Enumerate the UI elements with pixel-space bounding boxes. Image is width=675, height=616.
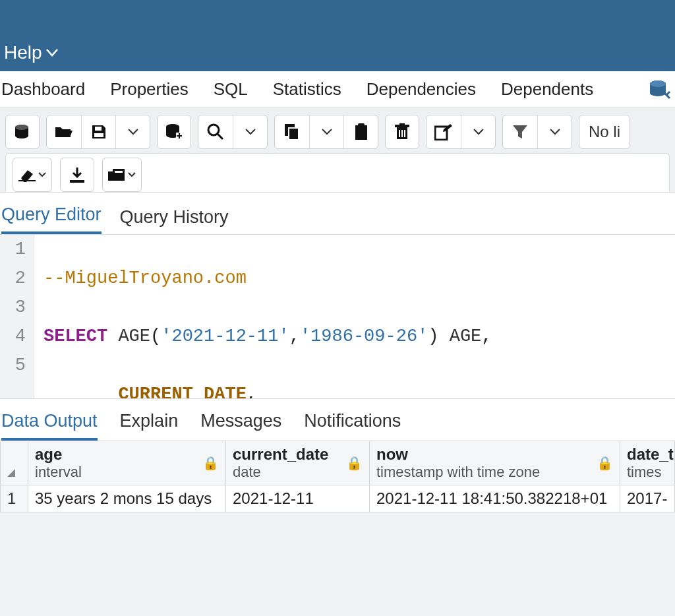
connection-button[interactable] xyxy=(5,115,40,149)
find-button[interactable] xyxy=(198,115,233,148)
chevron-down-icon xyxy=(128,172,136,177)
svg-point-1 xyxy=(650,80,666,87)
main-tabs: Dashboard Properties SQL Statistics Depe… xyxy=(0,71,675,108)
save-icon xyxy=(91,124,107,140)
open-file-group xyxy=(46,115,150,149)
delete-button[interactable] xyxy=(385,115,419,149)
chevron-down-icon xyxy=(550,129,560,135)
paste-icon xyxy=(354,123,368,140)
tab-dashboard[interactable]: Dashboard xyxy=(1,79,85,100)
table-row[interactable]: 1 35 years 2 mons 15 days 2021-12-11 202… xyxy=(1,485,675,512)
chevron-down-icon xyxy=(473,129,484,135)
filter-icon xyxy=(512,124,528,140)
svg-rect-11 xyxy=(289,128,299,140)
chevron-down-icon xyxy=(245,129,256,135)
tab-data-output[interactable]: Data Output xyxy=(1,411,98,441)
toolbar-row-2 xyxy=(5,153,670,192)
lock-icon: 🔒 xyxy=(346,455,363,471)
download-icon xyxy=(69,167,85,183)
lock-icon: 🔒 xyxy=(597,455,613,471)
tab-query-history[interactable]: Query History xyxy=(120,207,229,234)
database-icon xyxy=(14,124,31,140)
svg-rect-16 xyxy=(399,123,405,125)
tab-statistics[interactable]: Statistics xyxy=(273,79,341,100)
svg-rect-24 xyxy=(115,171,123,173)
svg-point-3 xyxy=(15,125,28,130)
svg-point-8 xyxy=(208,125,219,135)
row-limit-label: No li xyxy=(589,123,620,141)
copy-icon xyxy=(284,123,300,140)
save-data-button[interactable] xyxy=(157,115,191,149)
filter-group xyxy=(502,115,572,149)
column-header-date-trunc[interactable]: date_t times xyxy=(620,441,675,485)
editor-gutter: 1 2 3 4 5 xyxy=(0,235,34,398)
filter-button[interactable] xyxy=(503,115,537,148)
folder-open-icon xyxy=(55,125,73,139)
chevron-down-icon xyxy=(322,129,332,135)
edit-group xyxy=(426,115,496,149)
tab-notifications[interactable]: Notifications xyxy=(304,411,401,441)
editor-content: --MiguelTroyano.com SELECT AGE('2021-12-… xyxy=(34,235,641,398)
tab-dependencies[interactable]: Dependencies xyxy=(367,79,476,100)
cell-date-trunc[interactable]: 2017- xyxy=(620,485,675,512)
row-limit-select[interactable]: No li xyxy=(579,115,630,149)
copy-group xyxy=(274,115,378,149)
tab-sql[interactable]: SQL xyxy=(214,79,248,100)
filter-dropdown[interactable] xyxy=(537,115,572,148)
svg-rect-4 xyxy=(95,127,102,131)
svg-line-9 xyxy=(218,134,223,139)
edit-dropdown[interactable] xyxy=(461,115,495,148)
svg-rect-21 xyxy=(70,180,84,183)
column-header-now[interactable]: now timestamp with time zone 🔒 xyxy=(370,441,620,485)
output-tabs: Data Output Explain Messages Notificatio… xyxy=(0,399,675,441)
help-menu[interactable]: Help xyxy=(4,42,58,63)
edit-button[interactable] xyxy=(426,115,461,148)
find-group xyxy=(198,115,268,149)
cell-age[interactable]: 35 years 2 mons 15 days xyxy=(28,485,226,512)
corner-handle-icon xyxy=(7,469,15,477)
svg-rect-5 xyxy=(94,133,103,137)
select-all-corner[interactable] xyxy=(1,441,28,485)
svg-rect-13 xyxy=(358,123,365,127)
column-header-age[interactable]: age interval 🔒 xyxy=(28,441,226,485)
save-file-button[interactable] xyxy=(81,115,115,148)
paste-button[interactable] xyxy=(343,115,378,148)
row-number[interactable]: 1 xyxy=(1,485,28,512)
copy-button[interactable] xyxy=(275,115,309,148)
svg-rect-22 xyxy=(113,169,125,181)
sql-editor[interactable]: 1 2 3 4 5 --MiguelTroyano.com SELECT AGE… xyxy=(0,235,675,398)
search-icon xyxy=(207,123,224,140)
column-header-current-date[interactable]: current_date date 🔒 xyxy=(226,441,370,485)
svg-rect-23 xyxy=(108,171,113,181)
edit-icon xyxy=(434,123,453,140)
cell-now[interactable]: 2021-12-11 18:41:50.382218+01 xyxy=(370,485,620,512)
cell-current-date[interactable]: 2021-12-11 xyxy=(226,485,370,512)
clear-button[interactable] xyxy=(13,158,52,192)
chevron-down-icon xyxy=(128,129,138,135)
chevron-down-icon xyxy=(38,172,46,177)
editor-tabs: Query Editor Query History xyxy=(0,192,675,234)
chevron-down-icon xyxy=(46,49,58,57)
result-grid[interactable]: age interval 🔒 current_date date 🔒 xyxy=(0,441,675,512)
download-button[interactable] xyxy=(60,158,94,192)
scratchpad-icon xyxy=(108,168,125,182)
tab-query-editor[interactable]: Query Editor xyxy=(1,204,102,234)
tab-properties[interactable]: Properties xyxy=(110,79,189,100)
help-menu-label: Help xyxy=(4,42,42,63)
database-plus-icon xyxy=(165,123,183,140)
save-file-dropdown[interactable] xyxy=(115,115,150,148)
eraser-icon xyxy=(18,168,36,182)
svg-rect-12 xyxy=(355,125,367,140)
tab-explain[interactable]: Explain xyxy=(120,411,179,441)
macros-button[interactable] xyxy=(102,158,142,192)
tab-dependents[interactable]: Dependents xyxy=(501,79,593,100)
copy-dropdown[interactable] xyxy=(309,115,343,148)
lock-icon: 🔒 xyxy=(202,455,219,471)
open-file-button[interactable] xyxy=(47,115,81,148)
tab-messages[interactable]: Messages xyxy=(200,411,281,441)
find-dropdown[interactable] xyxy=(233,115,267,148)
trash-icon xyxy=(395,123,409,140)
query-tool-icon[interactable] xyxy=(649,80,675,100)
